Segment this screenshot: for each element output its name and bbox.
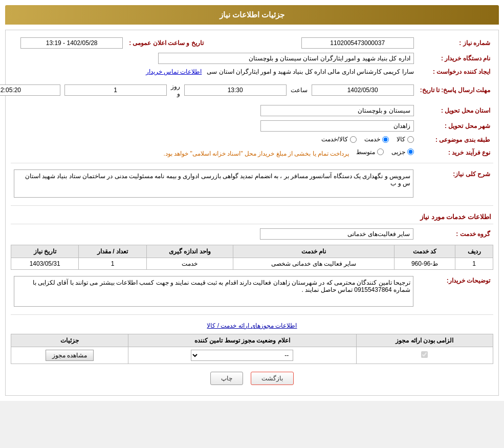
mohlat-ersal-label: مهلت ارسال پاسخ: تا تاریخ: <box>417 77 493 103</box>
mohlat-ersal-row: 1402/05/30 ساعت 13:30 روز و 1 22:05:20 س… <box>0 77 417 103</box>
divider2 <box>11 205 493 206</box>
radio-kala-khadamat-label[interactable]: کالا/خدمت <box>321 136 356 143</box>
cell-naam: سایر فعالیت های خدماتی شخصی <box>233 258 395 270</box>
radio-jozi[interactable] <box>407 148 414 155</box>
sharh-text-cell: // will be set by JS below <box>11 167 417 201</box>
cell-radif: 1 <box>455 258 493 270</box>
sharh-table: شرح کلی نیاز: // will be set by JS below <box>11 167 493 201</box>
cell-vahed: خدمت <box>146 258 233 270</box>
elzami-checkbox[interactable] <box>421 351 428 358</box>
col-tarikh: تاریخ نیاز <box>11 245 79 258</box>
permits-status-cell: -- <box>128 347 356 364</box>
permits-table: الزامی بودن ارائه مجوز اعلام وضعیت مجوز … <box>11 334 493 364</box>
saat-box: 13:30 <box>184 84 287 96</box>
col-kod: کد خدمت <box>394 245 455 258</box>
shomare-niaz-box: 1102005473000037 <box>301 37 414 49</box>
tozihat-table: توضیحات خریدار: <box>11 274 493 310</box>
nam-dastgah-label: نام دستگاه خریدار : <box>417 51 493 66</box>
col-radif: ردیف <box>455 245 493 258</box>
back-button[interactable]: بازگشت <box>251 372 294 385</box>
permits-status-select[interactable]: -- <box>191 350 293 361</box>
radio-motavaset-label[interactable]: متوسط <box>356 148 384 156</box>
tarikh-alan-box: 1402/05/28 - 13:19 <box>20 37 123 49</box>
cell-tarikh: 1403/05/31 <box>11 258 79 270</box>
col-vahed: واحد اندازه گیری <box>146 245 233 258</box>
permits-joz-cell: مشاهده مجوز <box>11 347 128 364</box>
cell-kod: ط-96-960 <box>394 258 455 270</box>
col-naam: نام خدمت <box>233 245 395 258</box>
ostan-label: استان محل تحویل : <box>417 103 493 118</box>
grohe-khadamat-value: سایر فعالیت‌های خدماتی <box>11 226 417 242</box>
shahr-value: زاهدان <box>0 118 417 134</box>
table-row: 1ط-96-960سایر فعالیت های خدماتی شخصیخدمت… <box>11 258 493 270</box>
header-title: جزئیات اطلاعات نیاز <box>220 10 284 19</box>
radio-kala[interactable] <box>407 136 414 143</box>
cell-tedaad: 1 <box>79 258 146 270</box>
permits-col-joz: جزئیات <box>11 334 128 347</box>
ostan-box: سیستان و بلوچستان <box>260 105 414 116</box>
permits-section: اطلاعات مجوزهای ارائه خدمت / کالا الزامی… <box>11 320 493 364</box>
noe-farayand-desc: پرداخت تمام یا بخشی از مبلغ خریداز محل "… <box>163 150 349 157</box>
ostan-value: سیستان و بلوچستان <box>0 103 417 118</box>
tarikh-alan-value: 1402/05/28 - 13:19 <box>0 35 126 51</box>
ijad-konande-value: سارا کریمی کارشناس اداری مالی اداره کل ب… <box>0 66 417 77</box>
shomare-niaz-label: شماره نیاز : <box>417 35 493 51</box>
permits-header: اطلاعات مجوزهای ارائه خدمت / کالا <box>11 320 493 331</box>
grohe-khadamat-box: سایر فعالیت‌های خدماتی <box>260 228 413 240</box>
radio-kala-text: کالا <box>397 136 405 143</box>
khadamat-table: ردیف کد خدمت نام خدمت واحد اندازه گیری ت… <box>11 245 493 270</box>
grohe-khadamat-label: گروه خدمت : <box>417 226 493 242</box>
sharh-textarea[interactable] <box>14 169 413 198</box>
radio-kala-khadamat[interactable] <box>350 136 357 143</box>
noe-farayand-label: نوع فرآیند خرید : <box>417 146 493 159</box>
nam-dastgah-box: اداره کل بنیاد شهید و امور ایثارگران است… <box>158 53 414 64</box>
ijad-konande-text: سارا کریمی کارشناس اداری مالی اداره کل ب… <box>207 68 413 75</box>
permits-elzami-cell <box>356 347 493 364</box>
tarikh-alan-label: تاریخ و ساعت اعلان عمومی : <box>126 35 207 51</box>
ijad-konande-label: ایجاد کننده درخواست : <box>417 66 493 77</box>
baghi-mande-box: 22:05:20 <box>0 84 60 96</box>
info-table: شماره نیاز : 1102005473000037 تاریخ و سا… <box>0 35 493 159</box>
radio-motavaset-text: متوسط <box>356 148 375 156</box>
date1-box: 1402/05/30 <box>312 84 414 96</box>
radio-motavaset[interactable] <box>377 148 384 155</box>
etelaat-tamas-link[interactable]: اطلاعات تماس خریدار <box>146 68 202 75</box>
tozihat-text-cell <box>11 274 417 310</box>
main-content: شماره نیاز : 1102005473000037 تاریخ و سا… <box>5 30 499 396</box>
rooz-label: روز و <box>171 83 180 97</box>
tozihat-textarea[interactable] <box>14 276 413 307</box>
radio-jozi-text: جزیی <box>391 148 405 156</box>
permits-col-status: اعلام وضعیت مجوز توسط تامین کننده <box>128 334 356 347</box>
page-wrapper: جزئیات اطلاعات نیاز شماره نیاز : 1102005… <box>0 0 504 401</box>
permits-row: -- مشاهده مجوز <box>11 347 493 364</box>
shahr-box: زاهدان <box>260 120 414 132</box>
permits-col-elzami: الزامی بودن ارائه مجوز <box>356 334 493 347</box>
col-tedaad: تعداد / مقدار <box>79 245 146 258</box>
view-permit-button[interactable]: مشاهده مجوز <box>46 350 94 361</box>
rooz-box: 1 <box>64 84 167 96</box>
tabaqebandi-label: طبقه بندی موضوعی : <box>417 134 493 146</box>
saat-label: ساعت <box>291 87 308 94</box>
divider3 <box>11 314 493 315</box>
tozihat-label: توضیحات خریدار: <box>417 274 493 310</box>
tabaqebandi-radios: کالا خدمت کالا/خدمت <box>0 134 417 146</box>
shahr-label: شهر محل تحویل : <box>417 118 493 134</box>
khadamat-section-header: اطلاعات خدمات مورد نیاز <box>11 210 493 224</box>
radio-kala-label[interactable]: کالا <box>397 136 414 143</box>
divider1 <box>11 163 493 163</box>
print-button[interactable]: چاپ <box>210 372 243 385</box>
radio-kala-khadamat-text: کالا/خدمت <box>321 136 347 143</box>
radio-jozi-label[interactable]: جزیی <box>391 148 414 156</box>
shomare-niaz-value: 1102005473000037 <box>207 35 417 51</box>
buttons-row: بازگشت چاپ <box>11 364 493 390</box>
sharh-label: شرح کلی نیاز: <box>417 167 493 201</box>
radio-khadamat-text: خدمت <box>364 136 380 143</box>
grohe-khadamat-table: گروه خدمت : سایر فعالیت‌های خدماتی <box>11 226 493 242</box>
noe-farayand-row: جزیی متوسط پرداخت تمام یا بخشی از مبلغ خ… <box>0 146 417 159</box>
nam-dastgah-value: اداره کل بنیاد شهید و امور ایثارگران است… <box>0 51 417 66</box>
radio-khadamat-label[interactable]: خدمت <box>364 136 389 143</box>
radio-khadamat[interactable] <box>382 136 389 143</box>
page-header: جزئیات اطلاعات نیاز <box>5 5 499 25</box>
